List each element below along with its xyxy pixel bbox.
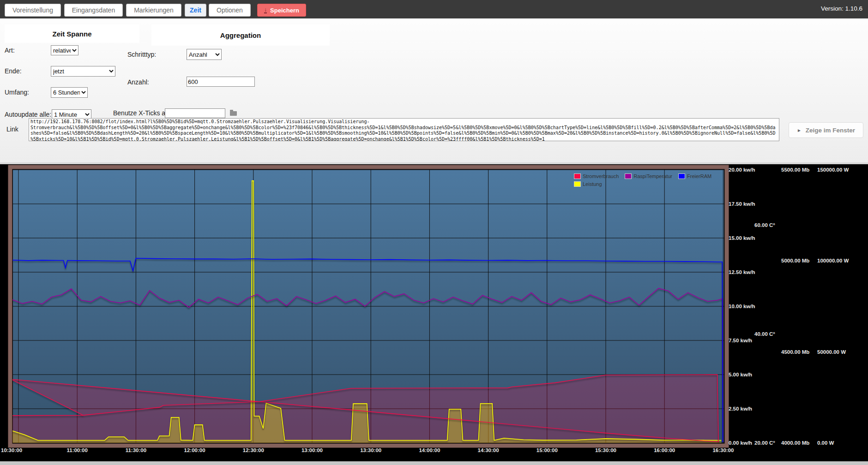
x-axis-tick-label: 13:00:00 (301, 447, 323, 453)
save-button-label: Speichern (270, 7, 299, 14)
art-select[interactable]: relative (51, 45, 78, 55)
y-axis-w-tick-label: 0.00 W (817, 440, 834, 446)
version-label: Version: 1.10.6 (821, 5, 862, 12)
legend-label: RaspiTemperatur (633, 173, 672, 179)
y-axis-kwh-tick-label: 12.50 kw/h (729, 269, 755, 275)
x-axis-tick-label: 11:00:00 (66, 447, 87, 453)
legend-swatch (625, 173, 632, 179)
xticks-input[interactable] (165, 108, 225, 118)
y-axis-mb-tick-label: 5000.00 Mb (781, 258, 809, 263)
tab-eingangsdaten[interactable]: Eingangsdaten (64, 4, 123, 17)
x-axis-tick-label: 16:30:00 (712, 447, 734, 453)
tab-markierungen-label: Markierungen (134, 6, 174, 14)
chart-legend-row-2: Leistung (574, 181, 608, 187)
x-axis-tick-label: 15:00:00 (536, 447, 558, 453)
schritttyp-label: Schritttyp: (127, 51, 156, 58)
y-axis-w-tick-label: 50000.00 W (817, 349, 846, 355)
link-label: Link (6, 125, 18, 133)
legend-label: FreierRAM (687, 173, 711, 179)
y-axis-kwh-tick-label: 10.00 kw/h (729, 304, 755, 309)
y-axis-kwh-tick-label: 2.50 kw/h (729, 406, 752, 411)
browse-button[interactable] (228, 109, 238, 118)
anzahl-label: Anzahl: (127, 78, 149, 86)
x-axis-tick-label: 16:00:00 (654, 447, 675, 453)
legend-item-stromverbrauch: Stromverbrauch (574, 173, 619, 179)
tab-optionen-label: Optionen (217, 6, 243, 14)
y-axis-kwh-tick-label: 5.00 kw/h (729, 372, 752, 377)
section-title-zeit-spanne: Zeit Spanne (5, 24, 139, 43)
x-axis-tick-label: 12:30:00 (243, 447, 264, 453)
folder-icon (230, 111, 237, 116)
flot-chart[interactable]: 10:30:0011:00:0011:30:0012:00:0012:30:00… (0, 164, 868, 461)
y-axis-kwh-tick-label: 20.00 kw/h (729, 167, 755, 173)
play-icon: ► (797, 128, 802, 133)
legend-swatch (574, 173, 581, 179)
tab-eingangsdaten-label: Eingangsdaten (72, 6, 115, 14)
chart-area: 10:30:0011:00:0011:30:0012:00:0012:30:00… (0, 164, 868, 461)
umfang-select[interactable]: 6 Stunden (51, 87, 88, 98)
x-axis-tick-label: 13:30:00 (360, 447, 381, 453)
show-in-window-label: Zeige im Fenster (806, 127, 855, 134)
x-axis-tick-label: 14:30:00 (478, 447, 499, 453)
section-title-aggregation: Aggregation (151, 24, 330, 46)
link-url-textarea[interactable]: http://192.168.178.76:8082/flot/index.ht… (29, 118, 779, 141)
y-axis-w-tick-label: 150000.00 W (817, 167, 849, 173)
legend-item-raspitemperatur: RaspiTemperatur (625, 173, 672, 179)
legend-label: Stromverbrauch (583, 173, 619, 179)
chart-legend-row-1: StromverbrauchRaspiTemperaturFreierRAM (574, 173, 717, 179)
umfang-label: Umfang: (5, 89, 29, 96)
x-axis-tick-label: 11:30:00 (126, 447, 146, 453)
flot-editor-app: Voreinstellung Eingangsdaten Markierunge… (0, 0, 868, 465)
save-button[interactable]: ↓ Speichern (257, 4, 306, 17)
download-icon: ↓ (264, 7, 267, 13)
autoupdate-label: Autoupdate alle: (5, 111, 51, 118)
y-axis-mb-tick-label: 5500.00 Mb (781, 167, 809, 173)
show-in-window-button[interactable]: ► Zeige im Fenster (789, 122, 863, 138)
x-axis-tick-label: 10:30:00 (1, 447, 22, 453)
x-axis-tick-label: 12:00:00 (184, 447, 205, 453)
window-bottom-edge (0, 461, 868, 465)
xticks-row (165, 108, 238, 118)
top-tab-bar: Voreinstellung Eingangsdaten Markierunge… (0, 0, 868, 18)
y-axis-w-tick-label: 100000.00 W (817, 258, 849, 263)
ende-select[interactable]: jetzt (51, 66, 115, 77)
y-axis-kwh-tick-label: 15.00 kw/h (729, 235, 755, 241)
tab-voreinstellung-label: Voreinstellung (12, 6, 53, 14)
ende-label: Ende: (5, 67, 22, 75)
y-axis-c-tick-label: 60.00 C° (754, 222, 775, 228)
tab-markierungen[interactable]: Markierungen (126, 4, 181, 17)
y-axis-kwh-tick-label: 17.50 kw/h (729, 201, 755, 207)
legend-label: Leistung (583, 181, 602, 187)
y-axis-mb-tick-label: 4500.00 Mb (781, 349, 809, 355)
tab-optionen[interactable]: Optionen (209, 4, 251, 17)
legend-swatch (678, 173, 685, 179)
anzahl-input[interactable] (187, 77, 255, 87)
tab-voreinstellung[interactable]: Voreinstellung (5, 4, 61, 17)
y-axis-c-tick-label: 20.00 C° (754, 440, 775, 446)
y-axis-mb-tick-label: 4000.00 Mb (781, 440, 809, 446)
tab-zeit[interactable]: Zeit (185, 4, 206, 17)
art-label: Art: (5, 47, 15, 54)
schritttyp-select[interactable]: Anzahl (187, 49, 222, 60)
y-axis-c-tick-label: 40.00 C° (754, 331, 775, 337)
x-axis-tick-label: 15:30:00 (595, 447, 616, 453)
tab-zeit-label: Zeit (190, 6, 201, 14)
x-axis-tick-label: 14:00:00 (419, 447, 440, 453)
y-axis-kwh-tick-label: 7.50 kw/h (729, 338, 752, 343)
legend-item-leistung: Leistung (574, 181, 602, 187)
y-axis-kwh-tick-label: 0.00 kw/h (729, 440, 752, 446)
legend-swatch (574, 181, 581, 187)
legend-item-freierram: FreierRAM (678, 173, 711, 179)
